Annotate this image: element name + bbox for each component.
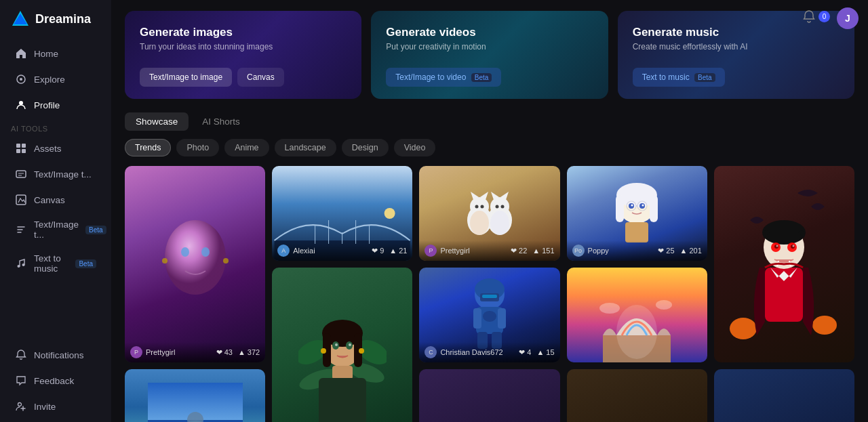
logo-container[interactable]: Dreamina xyxy=(0,0,111,38)
gallery-item-2[interactable]: A Alexiai ❤ 9 ▲ 21 xyxy=(272,166,412,261)
cats-svg xyxy=(456,180,524,247)
music-icon xyxy=(15,257,27,270)
btn-canvas[interactable]: Canvas xyxy=(237,68,284,87)
svg-point-81 xyxy=(656,300,672,310)
tab-showcase[interactable]: Showcase xyxy=(125,112,189,131)
filter-anime[interactable]: Anime xyxy=(224,139,269,156)
svg-point-39 xyxy=(470,211,489,235)
textimage2-badge: Beta xyxy=(85,226,106,234)
sidebar-item-feedback[interactable]: Feedback xyxy=(4,368,107,393)
gallery-item-7[interactable] xyxy=(567,268,707,362)
gallery-user-5: C Christian Davis672 xyxy=(425,346,502,358)
gallery-stats-2: ❤ 9 ▲ 21 xyxy=(372,247,407,255)
sidebar-item-invite[interactable]: Invite xyxy=(4,394,107,419)
ai-tools-label: AI tools xyxy=(0,118,111,135)
views-1: ▲ 372 xyxy=(238,348,260,356)
gallery-overlay-4: Po Poppy ❤ 25 ▲ 201 xyxy=(567,240,707,261)
likes-2: ❤ 9 xyxy=(372,247,384,255)
svg-rect-5 xyxy=(16,144,20,148)
hero-card-music: Generate music Create music effortlessly… xyxy=(618,11,854,99)
svg-point-46 xyxy=(631,205,633,207)
sidebar-item-invite-label: Invite xyxy=(34,402,56,412)
filter-video[interactable]: Video xyxy=(394,139,436,156)
hero-card-images: Generate images Turn your ideas into stu… xyxy=(125,11,361,99)
likes-4: ❤ 25 xyxy=(658,247,674,255)
sidebar-item-canvas-label: Canvas xyxy=(34,195,65,205)
gallery-item-1[interactable]: P Prettygirl ❤ 43 ▲ 372 xyxy=(125,166,265,362)
views-2: ▲ 21 xyxy=(389,247,407,255)
sidebar-item-feedback-label: Feedback xyxy=(34,376,74,386)
svg-point-36 xyxy=(495,205,498,209)
btn-text-to-music[interactable]: Text to music Beta xyxy=(633,68,725,87)
svg-rect-6 xyxy=(22,144,26,148)
views-5: ▲ 15 xyxy=(536,348,554,356)
hero-videos-subtitle: Put your creativity in motion xyxy=(386,42,593,51)
hero-images-buttons: Text/Image to image Canvas xyxy=(140,68,347,87)
svg-point-34 xyxy=(475,205,478,209)
gallery-item-6[interactable] xyxy=(272,268,412,422)
username-5: Christian Davis672 xyxy=(440,348,502,356)
likes-5: ❤ 4 xyxy=(519,348,531,357)
gallery-item-4[interactable]: Po Poppy ❤ 25 ▲ 201 xyxy=(567,166,707,261)
sidebar-item-text-to-music[interactable]: Text to music Beta xyxy=(4,247,107,280)
filter-trends[interactable]: Trends xyxy=(125,139,171,156)
textimage-icon xyxy=(15,168,27,180)
sidebar-item-profile[interactable]: Profile xyxy=(4,93,107,117)
sidebar-item-textimage[interactable]: Text/Image t... xyxy=(4,162,107,186)
notification-header[interactable]: 0 xyxy=(802,9,830,23)
user-avatar[interactable]: J xyxy=(837,7,859,29)
filter-design[interactable]: Design xyxy=(342,139,389,156)
gallery-item-3[interactable]: P Prettygirl ❤ 22 ▲ 151 xyxy=(419,166,559,261)
gallery-item-9[interactable] xyxy=(714,166,854,362)
svg-point-95 xyxy=(776,245,778,247)
svg-rect-51 xyxy=(625,222,648,242)
sidebar-item-canvas[interactable]: Canvas xyxy=(4,188,107,212)
svg-rect-58 xyxy=(498,308,506,329)
sidebar-item-assets[interactable]: Assets xyxy=(4,136,107,161)
svg-point-18 xyxy=(223,258,229,263)
woman-plants-svg xyxy=(298,298,387,422)
svg-point-25 xyxy=(384,208,395,219)
domes-svg xyxy=(589,295,684,362)
svg-rect-77 xyxy=(319,378,366,422)
sidebar-item-explore[interactable]: Explore xyxy=(4,67,107,91)
feedback-icon xyxy=(15,375,27,387)
username-4: Poppy xyxy=(588,247,609,255)
gallery-stats-5: ❤ 4 ▲ 15 xyxy=(519,348,554,357)
username-2: Alexiai xyxy=(293,247,315,255)
gallery-overlay-1: P Prettygirl ❤ 43 ▲ 372 xyxy=(125,342,265,362)
sidebar-item-textimage2[interactable]: Text/Image t... Beta xyxy=(4,213,107,246)
views-3: ▲ 151 xyxy=(532,247,554,255)
username-1: Prettygirl xyxy=(146,348,175,356)
sidebar-item-textimage2-label: Text/Image t... xyxy=(34,219,79,240)
svg-rect-55 xyxy=(482,295,497,298)
gallery-item-10[interactable] xyxy=(419,369,559,422)
gallery-item-8[interactable] xyxy=(125,369,265,422)
filter-landscape[interactable]: Landscape xyxy=(275,139,336,156)
metallic-face-svg xyxy=(155,203,236,325)
views-4: ▲ 201 xyxy=(680,247,702,255)
gallery-item-11[interactable] xyxy=(567,369,707,422)
svg-point-72 xyxy=(335,343,338,346)
svg-rect-43 xyxy=(650,195,658,222)
gallery-user-4: Po Poppy xyxy=(572,245,609,257)
sidebar: Dreamina Home Explore Profile AI tools xyxy=(0,0,111,422)
svg-point-37 xyxy=(500,205,504,209)
sidebar-item-home[interactable]: Home xyxy=(4,41,107,66)
gallery-overlay-5: C Christian Davis672 ❤ 4 ▲ 15 xyxy=(419,342,559,362)
svg-point-86 xyxy=(730,318,757,339)
gallery-item-5[interactable]: C Christian Davis672 ❤ 4 ▲ 15 xyxy=(419,268,559,362)
sidebar-item-notifications[interactable]: Notifications xyxy=(4,343,107,367)
hero-music-subtitle: Create music effortlessly with AI xyxy=(633,42,840,51)
svg-rect-42 xyxy=(616,195,624,222)
bell-header-icon xyxy=(802,9,816,23)
gallery-item-12[interactable] xyxy=(714,369,854,422)
btn-text-image-to-video[interactable]: Text/Image to video Beta xyxy=(386,68,501,87)
btn-text-image-to-image[interactable]: Text/Image to image xyxy=(140,68,232,87)
svg-rect-7 xyxy=(16,149,20,153)
user-avatar-3: P xyxy=(425,245,437,257)
svg-point-47 xyxy=(642,205,644,207)
filter-photo[interactable]: Photo xyxy=(176,139,219,156)
svg-point-59 xyxy=(483,311,496,322)
tab-ai-shorts[interactable]: AI Shorts xyxy=(191,112,251,131)
